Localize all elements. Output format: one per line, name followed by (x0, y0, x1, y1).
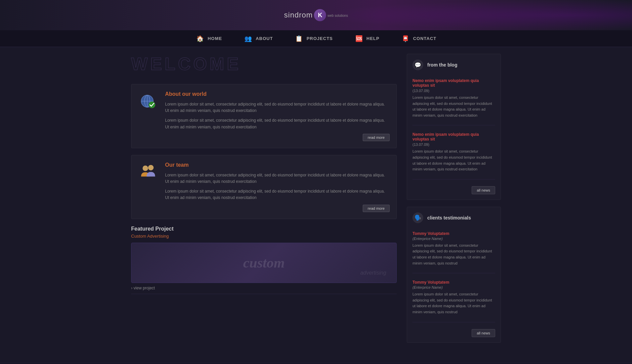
testimonials-section: 🗣️ clients testimonials Tommy Voluptatem… (407, 207, 501, 343)
about-world-title: About our world (165, 91, 390, 97)
our-team-text2: Lorem ipsum dolor sit amet, consectetur … (165, 188, 390, 201)
logo: sindrom K web solutions (284, 9, 348, 21)
our-team-text1: Lorem ipsum dolor sit amet, consectetur … (165, 172, 390, 185)
nav-contact[interactable]: 📮 CONTACT (397, 31, 441, 46)
nav-help[interactable]: 🆘 HELP (350, 31, 384, 46)
nav-help-label: HELP (366, 36, 380, 41)
featured-image-text: custom (243, 255, 285, 271)
about-world-content: About our world Lorem ipsum dolor sit am… (165, 91, 390, 141)
nav-contact-label: CONTACT (413, 36, 437, 41)
left-column: WELCOME About our world Lorem ipsum dolo… (131, 54, 397, 350)
blog-post-2-text: Lorem ipsum dolor sit amet, consectetur … (412, 149, 495, 172)
svg-point-6 (148, 165, 154, 170)
about-world-read-more[interactable]: read more (363, 134, 390, 141)
blog-post-1: Nemo enim ipsam voluplatem quia voluptas… (412, 78, 495, 125)
nav-projects-label: PROJECTS (307, 36, 333, 41)
our-team-content: Our team Lorem ipsum dolor sit amet, con… (165, 162, 390, 212)
blog-post-2-date: (13.07.09) (412, 143, 495, 147)
nav-about-label: ABOUT (256, 36, 273, 41)
blog-section: 💬 from the blog Nemo enim ipsam voluplat… (407, 54, 501, 200)
logo-text: sindrom (284, 11, 313, 19)
testimonial-1-company: (Enterprice Name) (412, 237, 495, 241)
testimonial-1-text: Lorem ipsum dolor sit amet, consectetur … (412, 243, 495, 266)
our-team-read-more[interactable]: read more (363, 205, 390, 212)
nav-home[interactable]: 🏠 HOME (192, 31, 226, 46)
logo-sub: web solutions (327, 14, 348, 17)
blog-section-title: from the blog (427, 62, 457, 68)
logo-sub-wrapper: web solutions (327, 13, 348, 17)
main-content: WELCOME About our world Lorem ipsum dolo… (131, 47, 501, 363)
our-team-block: Our team Lorem ipsum dolor sit amet, con… (131, 155, 397, 219)
help-icon: 🆘 (354, 34, 364, 43)
testimonials-all-news-btn[interactable]: all news (472, 329, 495, 337)
testimonial-2: Tommy Voluptatem (Enterprice Name) Lorem… (412, 280, 495, 322)
contact-icon: 📮 (401, 34, 410, 43)
featured-title: Featured Project (131, 226, 397, 232)
blog-all-news-btn[interactable]: all news (472, 186, 495, 194)
team-icon-container (138, 162, 158, 212)
nav-projects[interactable]: 📋 PROJECTS (290, 31, 337, 46)
testimonials-section-title: clients testimonials (427, 215, 471, 220)
projects-icon: 📋 (294, 34, 304, 43)
blog-post-2-title[interactable]: Nemo enim ipsam voluplatem quia voluptas… (412, 132, 495, 141)
nav-about[interactable]: 👥 ABOUT (240, 31, 277, 46)
header: sindrom K web solutions (0, 0, 632, 30)
about-world-text1: Lorem ipsum dolor sit amet, consectetur … (165, 101, 390, 114)
featured-image-sub: advertising (360, 270, 386, 276)
blog-post-2: Nemo enim ipsam voluplatem quia voluptas… (412, 132, 495, 179)
our-team-title: Our team (165, 162, 390, 168)
testimonial-2-company: (Enterprice Name) (412, 285, 495, 289)
blog-post-1-title[interactable]: Nemo enim ipsam voluplatem quia voluptas… (412, 78, 495, 88)
featured-section: Featured Project Custom Advertising cust… (131, 226, 397, 294)
footer-wrapper: K Website name © 2009. All Rights Reserv… (0, 363, 632, 364)
about-world-text2: Lorem ipsum dolor sit amet, consectetur … (165, 117, 390, 130)
blog-header: 💬 from the blog (412, 59, 495, 73)
view-project-link[interactable]: › view project (131, 286, 397, 290)
blog-post-1-date: (13.07.09) (412, 89, 495, 93)
right-column: 💬 from the blog Nemo enim ipsam voluplat… (407, 54, 501, 350)
testimonials-icon: 🗣️ (412, 212, 423, 223)
blog-icon: 💬 (412, 59, 423, 70)
featured-divider (131, 294, 397, 294)
testimonial-1: Tommy Voluptatem (Enterprice Name) Lorem… (412, 231, 495, 273)
nav-home-label: HOME (208, 36, 222, 41)
blog-post-1-text: Lorem ipsum dolor sit amet, consectetur … (412, 95, 495, 118)
globe-icon (140, 93, 157, 110)
testimonial-1-name: Tommy Voluptatem (412, 231, 495, 236)
globe-icon-container (138, 91, 158, 141)
home-icon: 🏠 (196, 34, 205, 43)
team-icon (140, 164, 157, 180)
about-world-block: About our world Lorem ipsum dolor sit am… (131, 84, 397, 148)
about-icon: 👥 (244, 34, 253, 43)
svg-point-5 (143, 165, 148, 171)
logo-k: K (314, 9, 326, 21)
testimonials-header: 🗣️ clients testimonials (412, 212, 495, 226)
featured-image: custom advertising (131, 243, 397, 283)
testimonial-2-text: Lorem ipsum dolor sit amet, consectetur … (412, 291, 495, 315)
welcome-title: WELCOME (131, 54, 397, 74)
nav-bar: 🏠 HOME 👥 ABOUT 📋 PROJECTS 🆘 HELP 📮 CONTA… (0, 30, 632, 47)
testimonial-2-name: Tommy Voluptatem (412, 280, 495, 285)
featured-subtitle: Custom Advertising (131, 234, 397, 239)
